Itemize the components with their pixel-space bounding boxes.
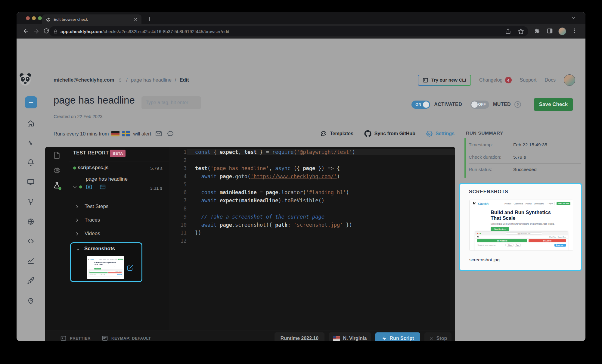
line-number: 7 [169,198,187,204]
activity-checks-icon[interactable] [27,139,34,147]
code-line[interactable]: 1const { expect, test } = require('@play… [169,148,455,156]
docs-link[interactable]: Docs [545,77,556,83]
code-line[interactable]: 10 await page.screenshot({ path: 'screen… [169,221,455,229]
tree-item-test-steps[interactable]: Test Steps [75,204,108,210]
browser-window-icon[interactable] [99,184,106,190]
changelog-link[interactable]: Changelog4 [479,77,511,83]
close-window-button[interactable] [26,16,30,20]
tag-input[interactable] [141,96,201,109]
browser-profile-avatar[interactable] [558,27,566,35]
zoom-window-button[interactable] [38,16,42,20]
flask-tab-icon-active[interactable] [53,182,61,189]
breadcrumb-check-link[interactable]: page has headline [131,77,172,83]
thumb-browser-mockup: app.checklyhq.com What's New + Support D… [475,231,568,251]
reload-icon[interactable] [43,28,49,34]
prettier-label[interactable]: PRETTIER [70,336,91,341]
video-play-icon[interactable] [86,184,92,190]
check-name-input[interactable]: page has headline [54,95,134,109]
back-icon[interactable] [23,28,29,35]
thumb-mini-url: app.checklyhq.com [100,270,113,271]
code-snippets-icon[interactable] [27,238,34,245]
tab-search-chevron-icon[interactable] [570,15,576,21]
thumb-hero: Build and Run SyntheticsThat Scale Monit… [87,261,124,269]
thumb-hero: Build and Run SyntheticsThat Scale Monit… [470,207,573,231]
minimize-window-button[interactable] [32,16,36,20]
sync-github-button[interactable]: Sync from GitHub [364,130,415,137]
maintenance-icon[interactable] [27,198,34,206]
code-line[interactable]: 9 // Take a screenshot of the current pa… [169,213,455,221]
prettier-terminal-icon[interactable] [60,335,67,341]
extensions-puzzle-icon[interactable] [534,28,541,34]
account-updown-icon[interactable] [117,77,123,83]
thumb-subtext: Monitoring as Code workflow for develope… [491,223,573,225]
screenshot-thumbnail-large[interactable]: Checkly ProductCustomersPricingDeveloper… [469,200,573,251]
screenshot-thumbnail-small[interactable]: Checkly ProductCustomersPricingDeveloper… [87,256,124,279]
thumb-headline: Build and Run SyntheticsThat Scale [491,210,573,221]
screenshots-tree-highlight[interactable]: Screenshots Checkly ProductCustomersPric… [70,242,142,282]
url-bar[interactable]: app.checklyhq.com/checks/a2ec932b-c42c-4… [49,26,528,36]
code-lines: 1const { expect, test } = require('@play… [169,148,455,245]
region-select[interactable]: N. Virginia [329,332,371,341]
test-editor-panel: TEST REPORT BETA script.spec.js 5.79 s p… [45,147,455,341]
help-question-icon[interactable]: ? [514,101,521,108]
browser-menu-kebab-icon[interactable] [572,28,578,34]
spec-file-row[interactable]: script.spec.js 5.79 s [69,164,169,173]
run-script-button[interactable]: Run Script [375,332,420,341]
account-switcher[interactable]: michelle@checklyhq.com [54,77,114,83]
checkly-logo[interactable] [18,72,33,87]
keymap-label[interactable]: KEYMAP: DEFAULT [111,336,151,341]
file-tab-icon[interactable] [53,151,61,159]
share-icon[interactable] [505,28,511,34]
code-line[interactable]: 7 await expect(mainHeadline).toBeVisible… [169,197,455,205]
code-line[interactable]: 4 await page.goto('https://www.checklyhq… [169,172,455,180]
code-line[interactable]: 8 [169,205,455,213]
code-line[interactable]: 12 [169,237,455,245]
line-number: 1 [169,149,187,155]
screenshots-tree-label: Screenshots [84,246,115,252]
browser-window: Edit browser check app.checklyhq.com/che… [17,12,585,341]
settings-button[interactable]: Settings [426,131,455,137]
tree-item-traces[interactable]: Traces [75,217,100,223]
muted-toggle[interactable]: OFF [470,101,489,109]
lightning-icon [382,336,387,341]
rocket-icon[interactable] [27,277,34,284]
try-cli-button[interactable]: Try our new CLI [418,75,471,86]
save-check-button[interactable]: Save Check [534,98,573,111]
browser-tab[interactable]: Edit browser check [42,14,141,24]
tab-close-icon[interactable] [133,17,138,22]
failing-bar: 1 FAILING [108,272,122,273]
code-editor[interactable]: 1const { expect, test } = require('@play… [169,147,455,331]
code-line[interactable]: 2 [169,156,455,164]
chip-tab-icon[interactable] [53,166,61,174]
dashboards-icon[interactable] [27,179,34,186]
create-new-button[interactable] [25,96,37,108]
external-link-icon[interactable] [127,264,134,271]
browser-tab-strip: Edit browser check [17,12,585,24]
chevron-down-icon[interactable] [75,247,81,252]
bookmark-star-icon[interactable] [518,28,524,35]
line-number: 4 [169,173,187,179]
templates-button[interactable]: Templates [320,130,353,137]
forward-icon[interactable] [33,28,40,35]
activated-toggle[interactable]: ON [411,101,430,109]
thumb-create-button: Create new + [554,244,566,247]
analytics-chart-icon[interactable] [27,257,34,265]
keymap-icon[interactable] [102,335,108,341]
runtime-select[interactable]: Runtime 2022.10 [275,332,324,341]
stop-button[interactable]: Stop [424,332,452,341]
code-line[interactable]: 11}) [169,229,455,237]
side-panel-icon[interactable] [547,28,553,34]
home-icon[interactable] [27,120,34,127]
alerts-bell-icon[interactable] [27,159,34,166]
tree-item-videos[interactable]: Videos [75,231,100,237]
user-avatar[interactable] [564,74,575,86]
location-pin-icon[interactable] [27,297,34,305]
code-line[interactable]: 6 const mainHeadline = page.locator('#la… [169,188,455,197]
chevron-down-icon[interactable] [72,184,78,190]
passing-bar: 12 PASSING [477,239,527,242]
globe-icon[interactable] [27,218,34,225]
support-link[interactable]: Support [520,77,537,83]
code-line[interactable]: 5 [169,180,455,188]
code-line[interactable]: 3test('page has headline', async ({ page… [169,164,455,173]
new-tab-button[interactable] [147,16,153,22]
